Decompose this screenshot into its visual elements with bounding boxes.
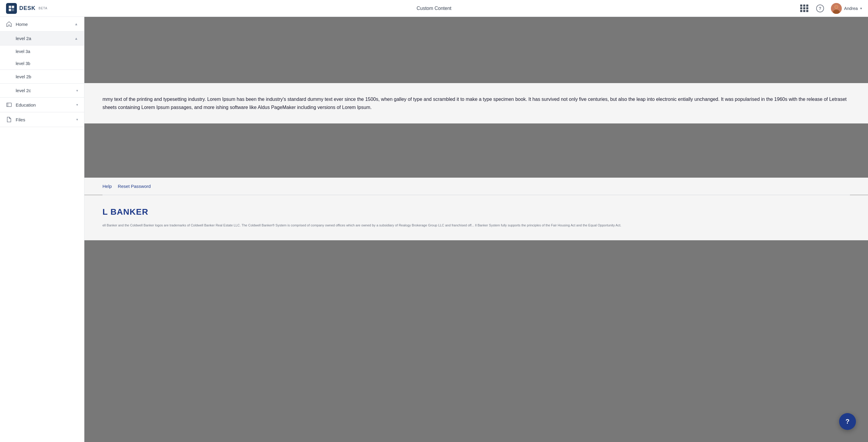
help-link[interactable]: Help xyxy=(102,184,112,189)
sidebar-item-level3a[interactable]: level 3a xyxy=(0,45,84,58)
home-icon xyxy=(6,21,12,27)
level2c-label: level 2c xyxy=(6,88,76,93)
footer-links-area: Help Reset Password xyxy=(84,178,868,195)
user-menu-chevron: ▾ xyxy=(860,6,862,10)
content-overlay-top xyxy=(84,17,868,83)
footer-brand-area: L BANKER ell Banker and the Coldwell Ban… xyxy=(84,195,868,240)
education-label: Education xyxy=(16,102,76,107)
brand-name-label: DESK xyxy=(19,5,36,11)
education-chevron: ▾ xyxy=(76,103,78,107)
svg-point-7 xyxy=(835,5,838,8)
brand-logo xyxy=(6,3,17,14)
brand-area[interactable]: DESK BETA xyxy=(6,3,47,14)
sidebar-item-level2c[interactable]: level 2c ▾ xyxy=(0,84,84,98)
navbar: DESK BETA Custom Content ? xyxy=(0,0,868,17)
level2a-label: level 2a xyxy=(6,36,74,41)
level3b-label: level 3b xyxy=(16,61,30,66)
page-title: Custom Content xyxy=(416,6,452,11)
sidebar-item-level2a[interactable]: level 2a ▲ xyxy=(0,32,84,45)
footer-brand-name: L BANKER xyxy=(102,207,850,217)
level2a-chevron: ▲ xyxy=(74,36,78,41)
content-text-block: mmy text of the printing and typesetting… xyxy=(84,83,868,124)
home-chevron: ▲ xyxy=(74,22,78,26)
content-paragraph: mmy text of the printing and typesetting… xyxy=(102,95,850,111)
svg-rect-1 xyxy=(12,6,14,8)
level2c-chevron: ▾ xyxy=(76,89,78,93)
footer-legal-text: ell Banker and the Coldwell Banker logos… xyxy=(102,223,850,228)
main-layout: Home ▲ level 2a ▲ level 3a level 3b leve… xyxy=(0,17,868,442)
files-chevron: ▾ xyxy=(76,117,78,122)
user-menu[interactable]: Andrea ▾ xyxy=(831,3,862,14)
brand-beta-label: BETA xyxy=(38,7,47,10)
content-spacer xyxy=(84,124,868,178)
apps-grid-button[interactable] xyxy=(800,4,809,13)
level2b-label: level 2b xyxy=(6,74,78,79)
user-name-label: Andrea xyxy=(844,6,858,11)
help-button[interactable]: ? xyxy=(815,4,825,13)
grid-icon xyxy=(800,4,809,12)
reset-password-link[interactable]: Reset Password xyxy=(118,184,151,189)
footer-bg-bottom xyxy=(84,240,868,270)
sidebar-item-home[interactable]: Home ▲ xyxy=(0,17,84,32)
home-label: Home xyxy=(16,22,74,27)
sidebar-item-level3b[interactable]: level 3b xyxy=(0,58,84,70)
sidebar-item-education[interactable]: Education ▾ xyxy=(0,98,84,112)
svg-rect-8 xyxy=(7,103,11,107)
files-label: Files xyxy=(16,117,76,122)
content-area: mmy text of the printing and typesetting… xyxy=(84,17,868,442)
svg-rect-3 xyxy=(12,9,14,11)
sidebar-item-level2b[interactable]: level 2b xyxy=(0,70,84,84)
navbar-right: ? Andrea ▾ xyxy=(800,3,862,14)
files-icon xyxy=(6,116,12,123)
education-icon xyxy=(6,102,12,108)
avatar xyxy=(831,3,842,14)
sidebar-item-files[interactable]: Files ▾ xyxy=(0,112,84,127)
svg-rect-0 xyxy=(9,6,11,8)
svg-rect-2 xyxy=(9,9,11,11)
fab-icon: ? xyxy=(845,418,849,426)
level3a-label: level 3a xyxy=(16,49,30,54)
fab-help-button[interactable]: ? xyxy=(839,413,856,430)
sidebar: Home ▲ level 2a ▲ level 3a level 3b leve… xyxy=(0,17,84,442)
help-circle-icon: ? xyxy=(816,4,824,12)
